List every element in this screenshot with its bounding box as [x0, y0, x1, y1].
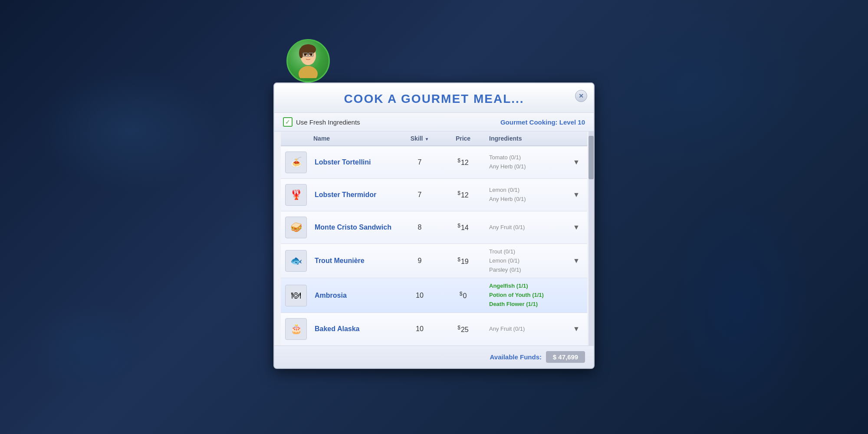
meal-price: $0	[441, 291, 485, 300]
expand-row-button[interactable]: ▼	[570, 224, 583, 231]
ingredient-item: Tomato (0/1)	[489, 153, 570, 162]
dialog-wrapper: Cook a Gourmet Meal... ✕ ✓ Use Fresh Ing…	[273, 65, 595, 369]
dialog-header: Cook a Gourmet Meal... ✕	[274, 83, 594, 113]
ingredient-item: Angelfish (1/1)	[489, 282, 570, 291]
meal-ingredients: Any Fruit (0/1)	[485, 325, 570, 334]
ingredient-item: Potion of Youth (1/1)	[489, 291, 570, 300]
fresh-ingredients-checkbox[interactable]: ✓	[283, 117, 293, 127]
scrollbar-thumb[interactable]	[589, 136, 594, 179]
table-row[interactable]: 🐟 Trout Meunière 9 $19 Trout (0/1)Lemon …	[281, 244, 587, 278]
meal-name: Monte Cristo Sandwich	[311, 224, 398, 231]
ingredient-item: Any Fruit (0/1)	[489, 325, 570, 334]
meal-name: Baked Alaska	[311, 325, 398, 333]
meal-ingredients: Tomato (0/1)Any Herb (0/1)	[485, 153, 570, 171]
ingredient-item: Lemon (0/1)	[489, 256, 570, 266]
meal-skill: 8	[398, 224, 441, 231]
expand-row-button[interactable]: ▼	[570, 158, 583, 166]
expand-row-button[interactable]: ▼	[570, 257, 583, 265]
cooking-skill-label: Gourmet Cooking:	[500, 118, 558, 126]
svg-point-4	[304, 54, 306, 56]
price-symbol: $	[457, 158, 460, 164]
ingredient-item: Any Herb (0/1)	[489, 162, 570, 171]
meal-ingredients: Lemon (0/1)Any Herb (0/1)	[485, 186, 570, 204]
meal-name: Lobster Tortellini	[311, 158, 398, 166]
meal-price: $14	[441, 223, 485, 232]
meal-ingredients: Angelfish (1/1)Potion of Youth (1/1)Deat…	[485, 282, 570, 309]
skill-sort-icon: ▼	[424, 137, 429, 141]
close-button[interactable]: ✕	[575, 90, 587, 102]
table-rows: 🍝 Lobster Tortellini 7 $12 Tomato (0/1)A…	[281, 146, 587, 345]
header-icon-spacer	[285, 135, 311, 142]
meal-icon: 🐟	[285, 250, 307, 272]
table-row[interactable]: 🍽 Ambrosia 10 $0 Angelfish (1/1)Potion o…	[281, 279, 587, 313]
scrollbar-track[interactable]	[589, 132, 594, 345]
meal-price: $25	[441, 325, 485, 334]
meal-skill: 7	[398, 158, 441, 166]
meal-table: Name Skill ▼ Price Ingredients 🍝 Lobster…	[274, 132, 594, 345]
header-name: Name	[311, 135, 398, 142]
meal-skill: 7	[398, 191, 441, 199]
table-row[interactable]: 🥪 Monte Cristo Sandwich 8 $14 Any Fruit …	[281, 211, 587, 244]
price-symbol: $	[457, 223, 460, 229]
header-price: Price	[441, 135, 485, 142]
meal-price: $12	[441, 158, 485, 167]
ingredient-item: Parsley (0/1)	[489, 266, 570, 275]
cooking-skill-level: Level 10	[559, 118, 585, 126]
meal-price: $19	[441, 256, 485, 266]
available-funds-label: Available Funds:	[490, 353, 542, 361]
meal-name: Lobster Thermidor	[311, 191, 398, 199]
meal-icon: 🦞	[285, 184, 307, 206]
meal-skill: 9	[398, 257, 441, 265]
expand-row-button[interactable]: ▼	[570, 325, 583, 333]
funds-value: $ 47,699	[546, 351, 585, 363]
ingredient-item: Death Flower (1/1)	[489, 300, 570, 309]
table-header-row: Name Skill ▼ Price Ingredients	[281, 132, 587, 146]
table-row[interactable]: 🎂 Baked Alaska 10 $25 Any Fruit (0/1) ▼	[281, 313, 587, 345]
subheader: ✓ Use Fresh Ingredients Gourmet Cooking:…	[274, 113, 594, 132]
cooking-skill-display: Gourmet Cooking: Level 10	[500, 118, 585, 126]
meal-icon: 🎂	[285, 318, 307, 340]
table-row[interactable]: 🍝 Lobster Tortellini 7 $12 Tomato (0/1)A…	[281, 146, 587, 179]
avatar	[286, 39, 330, 82]
svg-point-3	[299, 48, 303, 58]
price-symbol: $	[460, 291, 463, 297]
meal-name: Ambrosia	[311, 292, 398, 299]
meal-icon: 🍝	[285, 151, 307, 173]
expand-row-button[interactable]: ▼	[570, 191, 583, 199]
svg-point-10	[299, 66, 318, 78]
dialog-container: Cook a Gourmet Meal... ✕ ✓ Use Fresh Ing…	[273, 82, 595, 369]
ingredient-item: Any Fruit (0/1)	[489, 223, 570, 232]
meal-name: Trout Meunière	[311, 257, 398, 265]
ingredient-item: Any Herb (0/1)	[489, 195, 570, 204]
dialog-footer: Available Funds: $ 47,699	[274, 345, 594, 368]
svg-point-5	[310, 54, 312, 56]
table-row[interactable]: 🦞 Lobster Thermidor 7 $12 Lemon (0/1)Any…	[281, 179, 587, 211]
ingredient-item: Lemon (0/1)	[489, 186, 570, 195]
fresh-ingredients-toggle[interactable]: ✓ Use Fresh Ingredients	[283, 117, 360, 127]
ingredient-item: Trout (0/1)	[489, 247, 570, 256]
header-ingredients: Ingredients	[485, 135, 583, 142]
fresh-ingredients-label: Use Fresh Ingredients	[296, 118, 360, 126]
meal-icon: 🥪	[285, 217, 307, 238]
meal-price: $12	[441, 190, 485, 199]
header-skill: Skill ▼	[398, 135, 441, 142]
price-symbol: $	[457, 325, 460, 331]
meal-icon: 🍽	[285, 285, 307, 306]
meal-skill: 10	[398, 325, 441, 333]
svg-point-9	[307, 56, 309, 58]
meal-skill: 10	[398, 292, 441, 299]
meal-ingredients: Trout (0/1)Lemon (0/1)Parsley (0/1)	[485, 247, 570, 274]
price-symbol: $	[457, 256, 460, 263]
dialog-title: Cook a Gourmet Meal...	[344, 92, 524, 105]
price-symbol: $	[457, 190, 460, 196]
meal-ingredients: Any Fruit (0/1)	[485, 223, 570, 232]
